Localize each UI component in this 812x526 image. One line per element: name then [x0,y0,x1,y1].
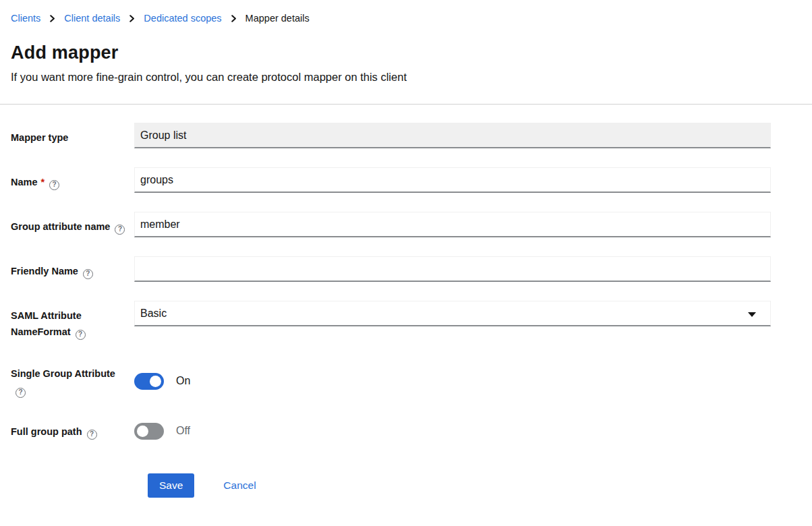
caret-down-icon [748,312,756,317]
friendly-name-input[interactable] [134,256,771,282]
chevron-right-icon [49,15,56,22]
help-icon[interactable]: ? [115,225,125,235]
breadcrumb-mapper-details-current: Mapper details [245,12,310,24]
friendly-name-label-text: Friendly Name [11,266,78,276]
mapper-type-label: Mapper type [11,123,134,148]
friendly-name-label: Friendly Name? [11,256,134,282]
full-group-path-toggle[interactable] [134,423,164,440]
form-group-full-group-path: Full group path? Off [11,417,771,440]
saml-attribute-nameformat-select[interactable]: Basic [134,301,771,326]
form-group-single-group-attribute: Single Group Attribute? On [11,359,771,398]
mapper-type-input [134,123,771,148]
single-group-attribute-label-text: Single Group Attribute [11,368,115,379]
breadcrumb-dedicated-scopes-link[interactable]: Dedicated scopes [144,12,221,24]
form-group-name: Name*? [11,167,771,193]
form-actions: Save Cancel [145,473,801,518]
save-button[interactable]: Save [148,473,194,498]
full-group-path-label-text: Full group path [11,426,82,437]
form-group-friendly-name: Friendly Name? [11,256,771,282]
single-group-attribute-toggle[interactable] [134,373,164,390]
saml-attribute-nameformat-label-text: SAML Attribute NameFormat [11,310,82,337]
required-asterisk: * [41,177,45,187]
breadcrumb-clients-link[interactable]: Clients [11,12,40,24]
single-group-attribute-state-label: On [176,375,190,387]
saml-attribute-nameformat-label: SAML Attribute NameFormat? [11,301,134,340]
full-group-path-label: Full group path? [11,417,134,440]
name-input[interactable] [134,167,771,193]
full-group-path-state-label: Off [176,425,190,437]
name-label: Name*? [11,167,134,193]
help-icon[interactable]: ? [87,430,97,440]
group-attribute-name-input[interactable] [134,212,771,237]
mapper-type-label-text: Mapper type [11,132,68,143]
name-label-text: Name [11,177,38,187]
group-attribute-name-label-text: Group attribute name [11,221,110,232]
page-subtitle: If you want more fine-grain control, you… [11,70,801,84]
form-group-group-attribute-name: Group attribute name? [11,212,771,237]
single-group-attribute-label: Single Group Attribute? [11,359,134,398]
help-icon[interactable]: ? [16,388,26,398]
toggle-knob [137,426,148,437]
breadcrumb-client-details-link[interactable]: Client details [64,12,120,24]
help-icon[interactable]: ? [76,330,86,340]
chevron-right-icon [230,15,237,22]
help-icon[interactable]: ? [49,180,59,190]
breadcrumb: Clients Client details Dedicated scopes … [11,12,801,24]
add-mapper-form: Mapper type Name*? Group attribute name?… [0,105,812,518]
saml-attribute-nameformat-selected-value: Basic [140,308,167,320]
chevron-right-icon [128,15,136,22]
group-attribute-name-label: Group attribute name? [11,212,134,237]
page-title: Add mapper [11,42,801,63]
page-header: Clients Client details Dedicated scopes … [0,0,812,105]
help-icon[interactable]: ? [83,269,93,279]
cancel-link[interactable]: Cancel [223,479,256,492]
form-group-mapper-type: Mapper type [11,123,771,148]
toggle-knob [150,376,161,387]
form-group-saml-attribute-nameformat: SAML Attribute NameFormat? Basic [11,301,771,340]
